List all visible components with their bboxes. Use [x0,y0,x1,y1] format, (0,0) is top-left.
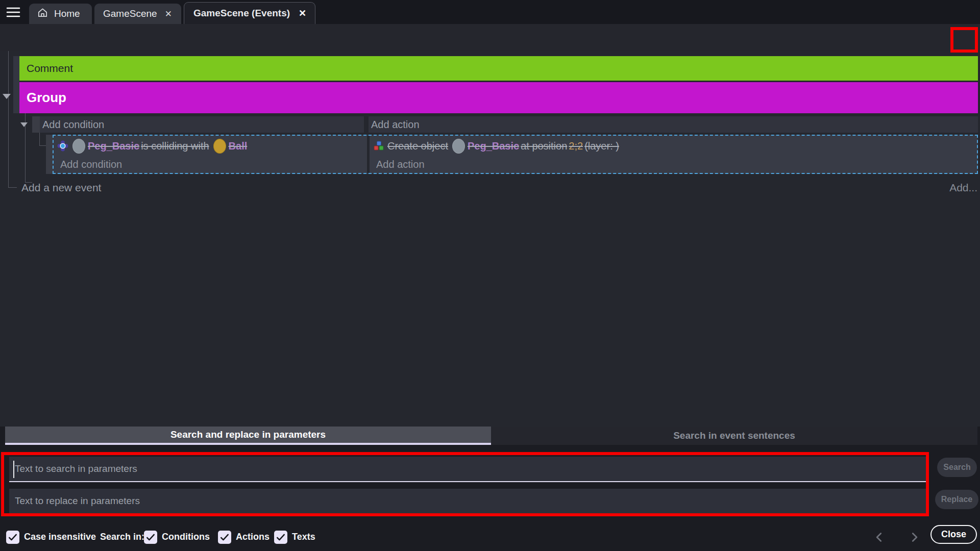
add-new-event-label: Add a new event [21,182,101,194]
search-in-label: Search in: [100,530,144,544]
texts-checkbox[interactable] [274,531,287,544]
add-new-event-button[interactable]: Add a new event [21,178,101,198]
case-insensitive-checkbox[interactable] [6,531,19,544]
tree-line [8,51,9,188]
search-input[interactable] [9,457,928,482]
tab-gamescene-events[interactable]: GameScene (Events) ✕ [184,2,315,24]
main-menu-button[interactable] [6,6,20,18]
checkmark-icon [275,532,286,543]
home-icon [37,7,48,21]
add-condition-label: Add condition [60,159,122,170]
collision-condition-icon [57,140,68,152]
chevron-left-icon [873,531,886,544]
close-tab-icon[interactable]: ✕ [165,10,172,18]
conditions-checkbox[interactable] [144,531,157,544]
group-collapse-arrow-icon[interactable] [3,94,11,99]
previous-result-button[interactable] [873,531,886,544]
add-action-button[interactable]: Add action [369,116,978,133]
close-tab-icon[interactable]: ✕ [299,9,306,18]
replace-input[interactable] [9,489,928,514]
object-thumbnail-peg [72,139,85,154]
group-title: Group [27,90,66,106]
tab-label: Home [54,8,80,19]
event-drag-handle[interactable] [46,135,53,174]
tab-search-event-sentences[interactable]: Search in event sentences [491,427,977,445]
hamburger-icon [6,6,20,18]
tab-label: GameScene [103,8,157,19]
actions-checkbox[interactable] [218,531,231,544]
actions-column: Create objectPeg_Basicat position2;2(lay… [370,136,977,173]
action-sentence[interactable]: Create objectPeg_Basicat position2;2(lay… [370,136,977,156]
tree-line [39,133,40,146]
comment-text: Comment [27,62,73,74]
action-text: Create objectPeg_Basicat position2;2(lay… [386,139,621,154]
close-button[interactable]: Close [930,525,977,544]
add-action-button[interactable]: Add action [370,156,977,173]
case-insensitive-label: Case insensitive [24,530,96,544]
add-condition-button[interactable]: Add condition [40,116,364,133]
checkmark-icon [7,532,18,543]
event-collapse-arrow-icon[interactable] [20,122,28,127]
events-toolbar: Preview Publish [0,24,980,51]
selected-event[interactable]: Peg_Basicis colliding withBall Add condi… [53,135,978,174]
add-condition-button[interactable]: Add condition [54,156,367,173]
tab-home[interactable]: Home [29,4,92,24]
create-object-action-icon [373,140,384,152]
chevron-right-icon [908,531,921,544]
search-button[interactable]: Search [937,458,977,477]
add-overflow-button[interactable]: Add... [949,178,977,198]
tab-gamescene[interactable]: GameScene ✕ [94,4,181,24]
text-cursor [13,461,14,478]
tab-label: Search in event sentences [673,430,795,441]
add-overflow-label: Add... [949,182,977,194]
gdevelop-window: Home GameScene ✕ GameScene (Events) ✕ Pr… [0,0,980,551]
replace-button[interactable]: Replace [935,490,978,509]
condition-text: Peg_Basicis colliding withBall [70,139,247,154]
object-thumbnail-peg [452,139,465,154]
tab-search-replace-parameters[interactable]: Search and replace in parameters [5,427,491,445]
tab-bar: Home GameScene ✕ GameScene (Events) ✕ [0,0,980,24]
object-thumbnail-ball [213,139,226,154]
event-drag-handle[interactable] [32,116,40,133]
condition-sentence[interactable]: Peg_Basicis colliding withBall [54,136,367,156]
comment-event[interactable]: Comment [19,56,978,81]
texts-label: Texts [292,530,315,544]
conditions-label: Conditions [162,530,210,544]
add-action-label: Add action [376,159,425,170]
events-sheet: Comment Group Add condition Add action P… [0,51,980,427]
add-action-label: Add action [371,119,420,131]
tree-line [8,187,17,188]
checkmark-icon [145,532,156,543]
add-condition-label: Add condition [42,119,104,131]
tab-label: Search and replace in parameters [170,429,326,440]
next-result-button[interactable] [908,531,921,544]
tab-label: GameScene (Events) [193,8,290,19]
group-event[interactable]: Group [19,82,978,113]
tree-line [39,145,46,146]
conditions-column: Peg_Basicis colliding withBall Add condi… [54,136,367,173]
search-panel: Search and replace in parameters Search … [0,427,980,551]
checkmark-icon [219,532,230,543]
event-drag-handle[interactable] [13,56,19,113]
actions-label: Actions [236,530,270,544]
